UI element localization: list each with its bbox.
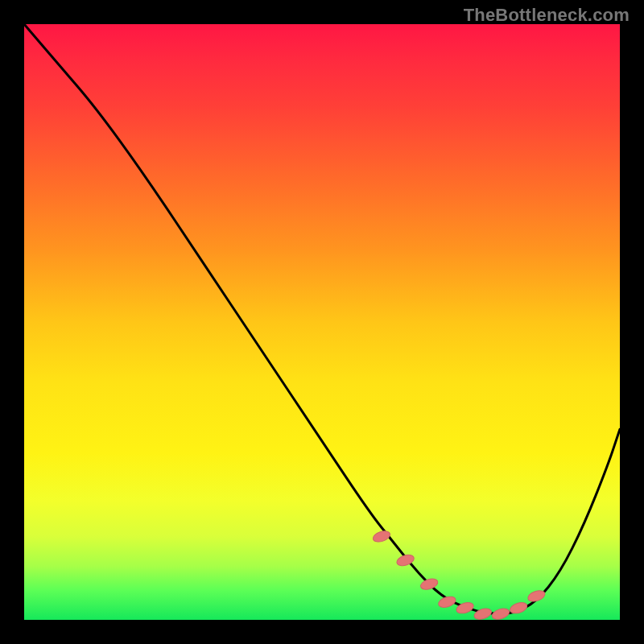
- highlight-marker: [526, 588, 547, 603]
- highlight-marker: [372, 529, 392, 543]
- highlight-marker: [491, 606, 511, 621]
- highlight-marker: [455, 601, 475, 615]
- bottleneck-curve: [24, 24, 620, 614]
- highlight-marker: [437, 595, 457, 609]
- plot-area: [24, 24, 620, 620]
- highlight-marker: [473, 606, 493, 621]
- chart-frame: TheBottleneck.com: [0, 0, 644, 644]
- highlight-markers: [372, 529, 547, 621]
- watermark-text: TheBottleneck.com: [464, 5, 630, 26]
- bottleneck-curve-svg: [24, 24, 620, 620]
